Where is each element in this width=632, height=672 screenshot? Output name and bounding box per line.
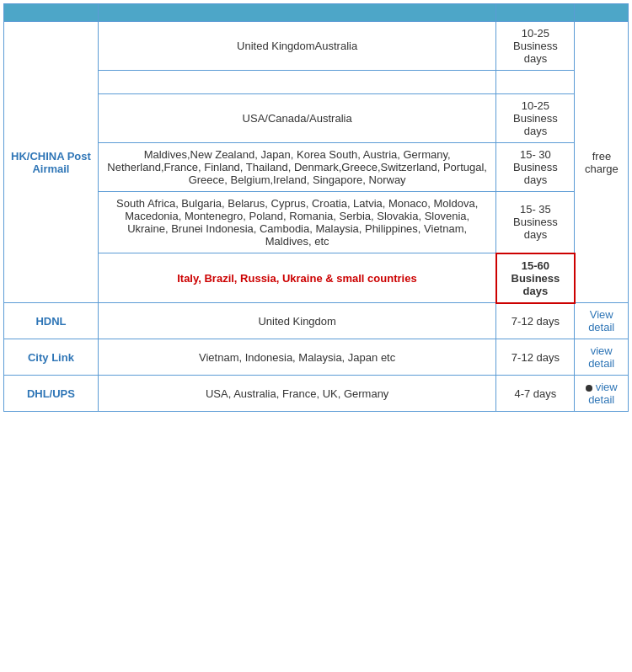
fee-view-citylink: view detail: [575, 339, 629, 376]
fee-view-dhl: viewdetail: [575, 376, 629, 412]
fee-free: free charge: [575, 22, 629, 303]
table-row: [4, 71, 629, 94]
table-row: City LinkVietnam, Indonesia, Malaysia, J…: [4, 339, 629, 376]
method-hk-china: HK/CHINA PostAirmail: [4, 22, 99, 303]
table-row: HDNLUnited Kingdom7-12 daysView detail: [4, 303, 629, 339]
time-7-12-hdnl: 7-12 days: [496, 303, 575, 339]
shipping-table: HK/CHINA PostAirmailUnited KingdomAustra…: [3, 3, 629, 412]
header-method: [4, 4, 99, 22]
time-4-7: 4-7 days: [496, 376, 575, 412]
time-15-60: 15-60 Business days: [496, 253, 575, 303]
fee-link-dhl[interactable]: viewdetail: [588, 381, 618, 406]
destination-usa-canada: USA/Canada/Australia: [98, 94, 496, 143]
header-destination: [98, 4, 496, 22]
time-empty-1: [496, 71, 575, 94]
method-dhl-ups: DHL/UPS: [4, 376, 99, 412]
destination-uk: United Kingdom: [98, 303, 496, 339]
time-10-25-2: 10-25 Business days: [496, 94, 575, 143]
table-row: HK/CHINA PostAirmailUnited KingdomAustra…: [4, 22, 629, 71]
destination-vietnam-group: Vietnam, Indonesia, Malaysia, Japan etc: [98, 339, 496, 376]
time-15-30: 15- 30 Business days: [496, 143, 575, 192]
fee-link-hdnl[interactable]: View detail: [588, 308, 614, 333]
destination-empty-1: [98, 71, 496, 94]
table-row: USA/Canada/Australia10-25 Business days: [4, 94, 629, 143]
table-row: South Africa, Bulgaria, Belarus, Cyprus,…: [4, 192, 629, 253]
method-hdnl: HDNL: [4, 303, 99, 339]
table-row: DHL/UPSUSA, Australia, France, UK, Germa…: [4, 376, 629, 412]
time-15-35: 15- 35 Business days: [496, 192, 575, 253]
destination-italy-group: Italy, Brazil, Russia, Ukraine & small c…: [98, 253, 496, 303]
header-fee: [575, 4, 629, 22]
destination-usa-group: USA, Australia, France, UK, Germany: [98, 376, 496, 412]
time-10-25-1: 10-25 Business days: [496, 22, 575, 71]
header-shipping-time: [496, 4, 575, 22]
destination-maldives-group: Maldives,New Zealand, Japan, Korea South…: [98, 143, 496, 192]
destination-uk-au: United KingdomAustralia: [98, 22, 496, 71]
fee-link-citylink[interactable]: view detail: [588, 344, 614, 370]
method-city-link: City Link: [4, 339, 99, 376]
table-row: Maldives,New Zealand, Japan, Korea South…: [4, 143, 629, 192]
time-7-12-citylink: 7-12 days: [496, 339, 575, 376]
fee-view-hdnl: View detail: [575, 303, 629, 339]
table-row-highlight: Italy, Brazil, Russia, Ukraine & small c…: [4, 253, 629, 303]
destination-south-africa-group: South Africa, Bulgaria, Belarus, Cyprus,…: [98, 192, 496, 253]
bullet-icon: [586, 385, 592, 392]
